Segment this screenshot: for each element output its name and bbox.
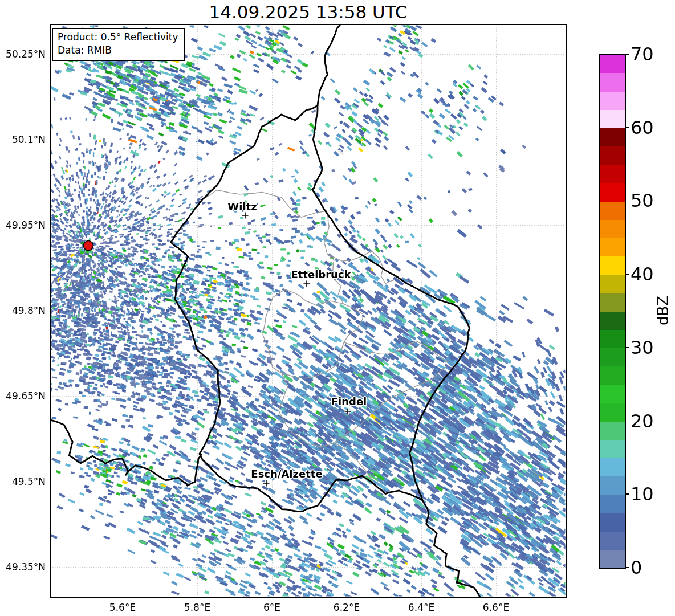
city-label: Ettelbruck: [291, 268, 351, 280]
colorbar-segment: [600, 146, 625, 165]
colorbar-segment: [600, 440, 625, 458]
colorbar: [599, 54, 626, 569]
colorbar-segment: [600, 92, 625, 110]
colorbar-tick: [625, 54, 629, 55]
data-source-line: Data: RMIB: [58, 44, 178, 57]
lon-tick-label: 5.6°E: [109, 602, 136, 613]
colorbar-tick-label: 40: [631, 263, 654, 285]
lon-tick-label: 5.8°E: [184, 602, 210, 613]
map-overlay: [0, 0, 675, 616]
product-line: Product: 0.5° Reflectivity: [58, 31, 178, 44]
colorbar-segment: [600, 238, 625, 256]
colorbar-title: dBZ: [643, 291, 675, 331]
colorbar-segment: [600, 220, 625, 238]
country-border: [318, 25, 340, 105]
colorbar-tick-label: 10: [631, 483, 654, 505]
lat-tick-label: 49.95°N: [6, 219, 46, 231]
colorbar-segment: [600, 348, 625, 366]
lat-tick-label: 49.5°N: [12, 476, 46, 487]
colorbar-tick: [625, 274, 629, 275]
colorbar-segment: [600, 385, 625, 403]
colorbar-segment: [600, 256, 625, 275]
colorbar-segment: [600, 422, 625, 440]
colorbar-tick: [625, 493, 629, 495]
colorbar-segment: [600, 495, 625, 513]
lon-tick-label: 6.6°E: [483, 602, 509, 613]
lat-tick-label: 49.8°N: [12, 305, 46, 316]
colorbar-segment: [600, 458, 625, 476]
colorbar-tick-label: 30: [631, 337, 654, 358]
city-marker-plus-icon: [242, 213, 248, 218]
lat-tick-label: 50.1°N: [12, 134, 46, 145]
colorbar-segment: [600, 55, 625, 73]
lon-tick-label: 6°E: [263, 602, 280, 613]
colorbar-tick: [625, 421, 629, 422]
colorbar-segment: [600, 312, 625, 330]
colorbar-segment: [600, 275, 625, 293]
city-marker-plus-icon: [263, 480, 269, 486]
colorbar-segment: [600, 550, 625, 568]
lon-tick-label: 6.2°E: [334, 602, 360, 613]
country-border: [422, 500, 480, 597]
city-marker-plus-icon: [304, 281, 310, 287]
colorbar-segment: [600, 165, 625, 183]
colorbar-segment: [600, 532, 625, 550]
colorbar-segment: [600, 183, 625, 201]
colorbar-tick: [625, 201, 629, 202]
colorbar-tick-label: 0: [631, 557, 642, 578]
colorbar-segment: [600, 128, 625, 146]
colorbar-segment: [600, 476, 625, 495]
colorbar-tick-label: 50: [631, 190, 654, 211]
lat-tick-label: 50.25°N: [6, 48, 46, 60]
colorbar-tick: [625, 567, 629, 568]
colorbar-tick-label: 20: [631, 410, 654, 432]
city-label: Esch/Alzette: [251, 468, 322, 480]
colorbar-segment: [600, 293, 625, 311]
regional-border: [344, 342, 450, 362]
colorbar-segment: [600, 403, 625, 421]
country-border: [50, 420, 201, 486]
city-label: Wiltz: [227, 201, 257, 213]
radar-figure: 14.09.2025 13:58 UTC Product: 0.5° Refle…: [0, 0, 675, 616]
lon-tick-label: 6.4°E: [408, 602, 434, 613]
colorbar-segment: [600, 330, 625, 348]
colorbar-segment: [600, 110, 625, 128]
city-label: Findel: [331, 395, 367, 407]
colorbar-segment: [600, 513, 625, 531]
regional-border: [201, 190, 343, 303]
lat-tick-label: 49.35°N: [6, 561, 46, 573]
colorbar-segment: [600, 366, 625, 385]
regional-border: [279, 373, 373, 483]
colorbar-tick-label: 60: [631, 117, 654, 138]
country-border: [171, 105, 470, 512]
radar-site-dot: [84, 241, 93, 251]
product-info-box: Product: 0.5° Reflectivity Data: RMIB: [52, 28, 185, 61]
regional-border: [263, 289, 363, 378]
colorbar-tick: [625, 347, 629, 348]
colorbar-tick-label: 70: [631, 43, 654, 65]
city-marker-plus-icon: [345, 409, 351, 414]
lat-tick-label: 49.65°N: [6, 390, 46, 402]
colorbar-segment: [600, 202, 625, 220]
colorbar-segment: [600, 73, 625, 91]
colorbar-tick: [625, 127, 629, 128]
